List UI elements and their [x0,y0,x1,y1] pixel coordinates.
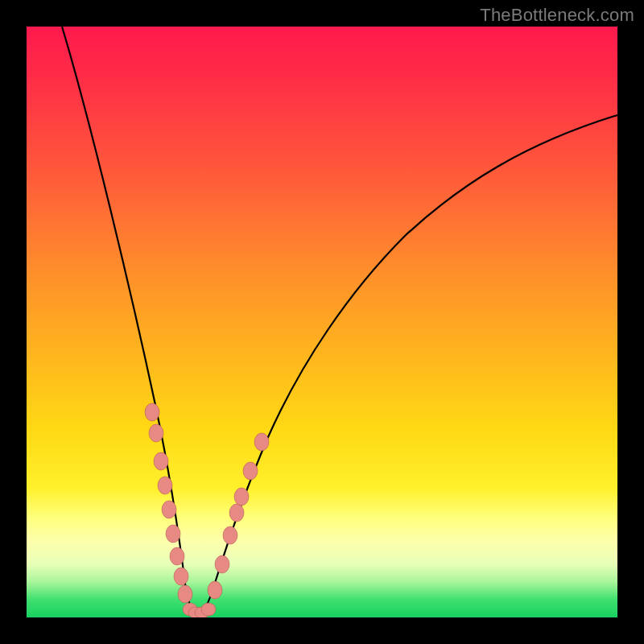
svg-point-5 [166,525,180,543]
svg-point-8 [178,585,192,603]
svg-point-16 [229,504,244,522]
bottleneck-curve-path [62,27,617,615]
svg-point-19 [254,433,269,451]
svg-point-3 [158,477,172,494]
plot-area [27,27,617,617]
chart-frame: TheBottleneck.com [0,0,644,644]
svg-point-2 [154,452,168,470]
svg-point-12 [201,603,216,616]
svg-point-6 [170,547,184,565]
svg-point-17 [234,488,249,506]
curve-markers [145,403,269,617]
svg-point-15 [223,526,237,544]
svg-point-0 [145,403,159,421]
svg-point-18 [243,462,258,480]
svg-point-13 [208,581,222,599]
bottleneck-curve-svg [27,27,617,617]
watermark-label: TheBottleneck.com [480,5,634,26]
svg-point-7 [174,568,188,585]
svg-point-4 [162,501,176,518]
svg-point-1 [149,424,163,442]
svg-point-14 [215,555,229,573]
